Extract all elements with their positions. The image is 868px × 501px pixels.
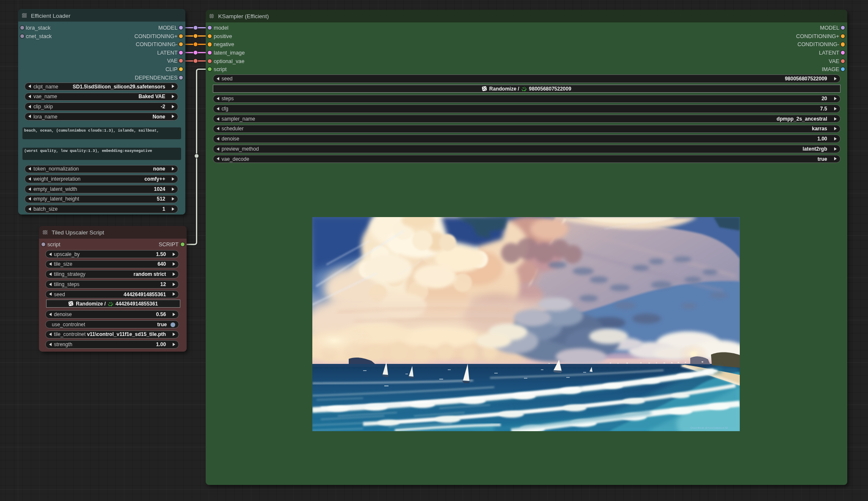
svg-text:Cloud Break @Yunomidessert 52: Cloud Break @Yunomidessert 52 bbox=[690, 427, 728, 429]
